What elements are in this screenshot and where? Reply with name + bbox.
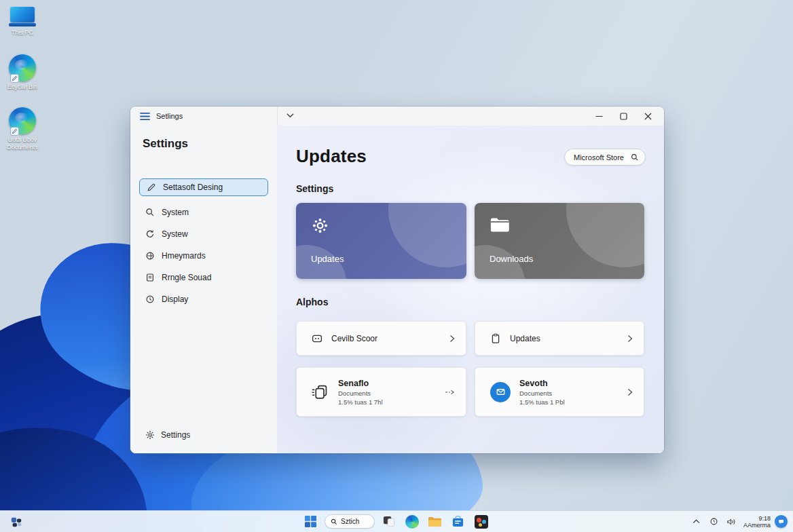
alarm-icon xyxy=(709,517,718,526)
sidebar-item-hmeymards[interactable]: Hmeymards xyxy=(134,245,273,267)
settings-window: Setlings Settings xyxy=(130,107,664,453)
chevron-right-icon xyxy=(449,335,455,343)
windows-logo-icon xyxy=(305,516,316,527)
card-updates[interactable]: Updates xyxy=(475,321,644,356)
tray-clock-button[interactable] xyxy=(707,514,722,530)
sidebar-item-settasoft-desing[interactable]: Settasoft Desing xyxy=(139,178,268,196)
minimize-button[interactable] xyxy=(587,107,611,126)
taskbar-search-input[interactable]: Sztich xyxy=(325,514,375,529)
clock-icon xyxy=(145,294,155,304)
chevron-up-icon xyxy=(693,519,700,524)
hamburger-menu-icon[interactable] xyxy=(140,112,150,121)
tile-decor-circle xyxy=(388,203,466,267)
tray-network-volume-button[interactable] xyxy=(724,514,739,530)
search-icon xyxy=(145,208,155,217)
search-icon xyxy=(631,153,639,162)
chat-icon xyxy=(778,518,784,525)
sidebar-item-display[interactable]: Display xyxy=(134,288,273,310)
tile-decor-circle xyxy=(566,203,644,267)
widgets-icon xyxy=(10,516,22,528)
card-detail: 1.5% tuas 1 Pbl xyxy=(519,398,565,406)
sidebar-item-settings[interactable]: Settings xyxy=(134,425,273,445)
close-button[interactable] xyxy=(635,107,660,126)
photos-app-button[interactable] xyxy=(472,512,490,531)
gear-icon xyxy=(145,430,155,440)
card-title: Updates xyxy=(510,334,540,343)
edge-browser-button[interactable] xyxy=(403,512,421,531)
card-sevoth[interactable]: Sevoth Documents 1.5% tuas 1 Pbl xyxy=(475,367,644,417)
section-title-settings: Settings xyxy=(296,183,333,194)
system-tray: 9:18 AAmerma xyxy=(689,511,788,532)
sidebar-item-label: Settasoft Desing xyxy=(163,183,223,192)
gear-dots-icon xyxy=(311,216,329,235)
window-controls xyxy=(587,107,660,126)
store-icon xyxy=(451,515,464,528)
sidebar-item-label: Rrngle Souad xyxy=(162,273,211,282)
desktop-icon-documents[interactable]: Uota UbovDocuments xyxy=(1,107,43,151)
chevron-down-icon[interactable] xyxy=(287,113,294,118)
tile-downloads[interactable]: Downloads xyxy=(475,203,644,279)
page-title: Updates xyxy=(296,146,367,167)
window-titlebar: Setlings xyxy=(130,107,664,126)
sidebar-item-label: System xyxy=(162,208,189,217)
card-cevilb-scoor[interactable]: Cevilb Scoor xyxy=(296,321,466,356)
taskbar-search-value: Sztich xyxy=(341,518,359,525)
refresh-icon xyxy=(145,229,155,239)
sidebar-item-rrngle-souad[interactable]: Rrngle Souad xyxy=(134,267,273,288)
document-icon xyxy=(145,273,155,282)
task-view-button[interactable] xyxy=(380,512,398,531)
card-senaflo[interactable]: Senaflo Documents 1.5% tuas 1 7hl xyxy=(296,367,466,417)
badge-icon xyxy=(312,333,322,344)
photos-app-icon xyxy=(475,515,488,529)
sidebar-item-systew[interactable]: Systew xyxy=(134,223,273,245)
sidebar-item-label: Hmeymards xyxy=(162,251,206,261)
folder-icon xyxy=(490,216,510,233)
desktop: This PC Ecyclle Bin Uota UbovDocuments S… xyxy=(0,0,793,532)
edge-swirl-icon xyxy=(9,54,36,81)
desktop-icon-label: Uota UbovDocuments xyxy=(7,136,38,151)
card-title: Senaflo xyxy=(338,379,383,388)
copy-icon xyxy=(312,383,329,401)
file-explorer-button[interactable] xyxy=(426,512,444,531)
file-explorer-icon xyxy=(428,516,442,527)
store-button[interactable] xyxy=(449,512,467,531)
pen-badge-icon xyxy=(10,74,19,83)
tray-time: 9:18 xyxy=(743,515,771,522)
store-search-input[interactable]: Microsoft Store xyxy=(564,149,646,166)
sidebar-item-system[interactable]: System xyxy=(134,202,273,223)
search-icon xyxy=(331,518,337,525)
notification-badge[interactable] xyxy=(775,515,788,528)
card-subtitle: Documents xyxy=(519,390,565,397)
tile-label: Downloads xyxy=(490,254,533,264)
start-button[interactable] xyxy=(301,512,320,531)
pen-icon xyxy=(147,183,156,192)
sidebar-item-label: Systew xyxy=(162,229,188,239)
desktop-icon-label: This PC xyxy=(12,29,33,37)
pen-badge-icon xyxy=(10,127,19,136)
taskbar: Sztich xyxy=(0,510,793,532)
maximize-button[interactable] xyxy=(611,107,635,126)
sidebar: Settings Settasoft Desing System xyxy=(130,126,277,453)
arrow-right-icon xyxy=(445,390,455,395)
sidebar-heading: Settings xyxy=(143,137,188,151)
card-detail: 1.5% tuas 1 7hl xyxy=(338,398,383,406)
tray-chevron-up[interactable] xyxy=(689,514,704,530)
search-value: Microsoft Store xyxy=(574,153,624,162)
chevron-right-icon xyxy=(627,388,633,396)
widgets-button[interactable] xyxy=(7,512,25,531)
tile-label: Updates xyxy=(311,254,344,264)
tile-updates[interactable]: Updates xyxy=(296,203,466,279)
sidebar-list: System Systew Hmeymards xyxy=(130,202,277,310)
desktop-icon-this-pc[interactable]: This PC xyxy=(1,7,43,37)
edge-icon xyxy=(405,515,419,529)
mail-icon xyxy=(490,382,511,402)
card-subtitle: Documents xyxy=(338,390,383,397)
titlebar-divider xyxy=(277,107,278,126)
clipboard-icon xyxy=(490,333,501,344)
section-title-alphos: Alphos xyxy=(296,297,328,307)
window-title: Setlings xyxy=(156,112,183,120)
card-title: Sevoth xyxy=(519,379,565,388)
tray-clock[interactable]: 9:18 AAmerma xyxy=(743,515,771,529)
pc-icon xyxy=(9,7,36,27)
desktop-icon-recycle[interactable]: Ecyclle Bin xyxy=(1,54,43,91)
